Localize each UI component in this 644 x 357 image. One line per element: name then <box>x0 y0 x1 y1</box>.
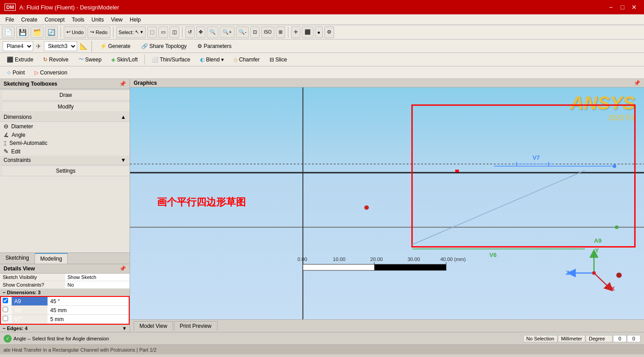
point-button[interactable]: ⊹ Point <box>3 67 29 78</box>
dim-v6-checkbox[interactable] <box>3 307 8 312</box>
edit-label: Edit <box>11 148 21 155</box>
edges-scroll-icon: ▼ <box>122 326 127 331</box>
settings-button[interactable]: Settings <box>1 165 130 176</box>
show-constraints-label: Show Constraints? <box>0 281 65 289</box>
close-button[interactable]: ✕ <box>629 3 640 12</box>
dimensions-collapse-icon: ▲ <box>121 114 126 120</box>
svg-text:Y: Y <box>595 247 599 254</box>
details-view-header: Details View 📌 <box>0 264 130 274</box>
semi-auto-icon: ⌶ <box>4 140 7 146</box>
box-select-button[interactable]: ⬚ <box>147 26 157 38</box>
view-settings[interactable]: ⚙ <box>324 26 334 38</box>
new-button[interactable]: 📄 <box>2 26 15 38</box>
constraints-section-header[interactable]: Constraints ▼ <box>0 156 130 165</box>
skinloft-button[interactable]: ◈ Skin/Loft <box>107 54 142 65</box>
draw-button[interactable]: Draw <box>1 90 130 100</box>
zoom-extents[interactable]: 🔍 <box>207 26 218 38</box>
toolbar-sep-3 <box>182 27 183 38</box>
view-iso[interactable]: ISO <box>261 26 274 38</box>
look-at[interactable]: ✛ <box>291 26 300 38</box>
undo-button[interactable]: ↩ Undo <box>64 26 86 38</box>
minimize-button[interactable]: − <box>605 3 616 12</box>
view-dot[interactable]: ● <box>315 26 323 38</box>
share-topology-button[interactable]: 🔗 Share Topology <box>137 41 191 52</box>
app-logo: DM <box>4 4 16 11</box>
pan-button[interactable]: ✥ <box>196 26 205 38</box>
graphics-area[interactable]: Graphics 📌 ANSYS 2020 R1 画个平行四边形草图 <box>130 79 644 332</box>
planebar-sep <box>91 41 92 52</box>
menu-concept[interactable]: Concept <box>41 16 68 24</box>
rotate-button[interactable]: ↺ <box>185 26 195 38</box>
undo-icon: ↩ <box>66 29 70 35</box>
constraints-collapse-icon: ▼ <box>121 157 126 163</box>
zoom-box[interactable]: ⊡ <box>250 26 260 38</box>
dim-v7-checkbox[interactable] <box>3 316 8 321</box>
sketch-selector[interactable]: Sketch3 <box>44 41 77 51</box>
svg-text:20.00: 20.00 <box>370 257 383 262</box>
dim-angle[interactable]: ∡ Angle <box>0 131 130 139</box>
generate-button[interactable]: ⚡ Generate <box>96 41 135 52</box>
dim-row-a9[interactable]: A9 45 ° <box>1 297 129 306</box>
sel-mode2[interactable]: ◫ <box>170 26 179 38</box>
svg-text:Z: Z <box>566 270 570 276</box>
select-button[interactable]: Select: ↖ ▾ <box>116 26 146 38</box>
revolve-button[interactable]: ↻ Revolve <box>39 54 72 65</box>
dimensions-section-header[interactable]: Dimensions ▲ <box>0 113 130 122</box>
dim-v7-name: V7 <box>12 315 48 324</box>
blend-button[interactable]: ◐ Blend ▾ <box>196 54 228 65</box>
lightning-icon: ⚡ <box>100 43 107 49</box>
view-3d[interactable]: ⬛ <box>302 26 313 38</box>
zoom-in[interactable]: 🔍+ <box>220 26 234 38</box>
redo-button[interactable]: ↪ Redo <box>87 26 110 38</box>
modify-button[interactable]: Modify <box>1 101 130 112</box>
slice-button[interactable]: ⊟ Slice <box>265 54 291 65</box>
zoom-out[interactable]: 🔍- <box>236 26 249 38</box>
dim-diameter[interactable]: ⊖ Diameter <box>0 122 130 131</box>
thinsurface-button[interactable]: ⬜ Thin/Surface <box>148 54 194 65</box>
save-button[interactable]: 💾 <box>16 26 29 38</box>
dim-row-v6[interactable]: V6 45 mm <box>1 306 129 315</box>
extrude-button[interactable]: ⬛ Extrude <box>3 54 37 65</box>
tab-modeling[interactable]: Modeling <box>35 253 68 264</box>
menu-create[interactable]: Create <box>17 16 41 24</box>
show-constraints-value[interactable]: No <box>65 281 130 289</box>
menu-file[interactable]: File <box>2 16 17 24</box>
save-as-button[interactable]: 🗂️ <box>30 26 44 38</box>
tab-sketching[interactable]: Sketching <box>0 253 35 264</box>
undo-label: Undo <box>72 30 83 35</box>
maximize-button[interactable]: □ <box>617 3 628 12</box>
menu-help[interactable]: Help <box>126 16 144 24</box>
tabs-bar: Sketching Modeling <box>0 253 130 264</box>
conversion-button[interactable]: ▷ Conversion <box>30 67 71 78</box>
menu-tools[interactable]: Tools <box>68 16 88 24</box>
constraints-label: Constraints <box>4 157 31 163</box>
print-preview-tab[interactable]: Print Preview <box>174 321 218 331</box>
dim-row-v7[interactable]: V7 5 mm <box>1 315 129 324</box>
conversion-icon: ▷ <box>35 70 39 76</box>
dim-v7-value[interactable]: 5 mm <box>48 315 129 324</box>
status-icon: ✓ <box>4 335 12 343</box>
sketch-visibility-value[interactable]: Show Sketch <box>65 274 130 281</box>
plane-selector[interactable]: Plane4 <box>3 41 33 51</box>
dim-a9-checkbox[interactable] <box>3 298 8 303</box>
conversion-label: Conversion <box>40 70 67 76</box>
menu-view[interactable]: View <box>107 16 126 24</box>
dim-a9-value[interactable]: 45 ° <box>48 297 129 306</box>
pin-icon: 📌 <box>119 81 126 87</box>
sel-mode1[interactable]: ▭ <box>158 26 168 38</box>
menu-units[interactable]: Units <box>88 16 107 24</box>
show-constraints-row: Show Constraints? No <box>0 281 130 289</box>
parameters-button[interactable]: ⚙ Parameters <box>193 41 235 52</box>
semi-auto-label: Semi-Automatic <box>9 140 48 146</box>
dim-v6-value[interactable]: 45 mm <box>48 306 129 315</box>
extrude-label: Extrude <box>15 57 33 63</box>
view-wireframe[interactable]: ⊞ <box>276 26 285 38</box>
toolbar-sep-4 <box>288 27 288 38</box>
dim-edit[interactable]: ✎ Edit <box>0 147 130 156</box>
chamfer-button[interactable]: ◇ Chamfer <box>230 54 264 65</box>
model-view-tab[interactable]: Model View <box>134 321 173 331</box>
sweep-button[interactable]: 〜 Sweep <box>74 54 106 65</box>
skinloft-label: Skin/Loft <box>117 57 138 63</box>
dim-semi-auto[interactable]: ⌶ Semi-Automatic <box>0 139 130 147</box>
refresh-button[interactable]: 🔄 <box>45 26 58 38</box>
